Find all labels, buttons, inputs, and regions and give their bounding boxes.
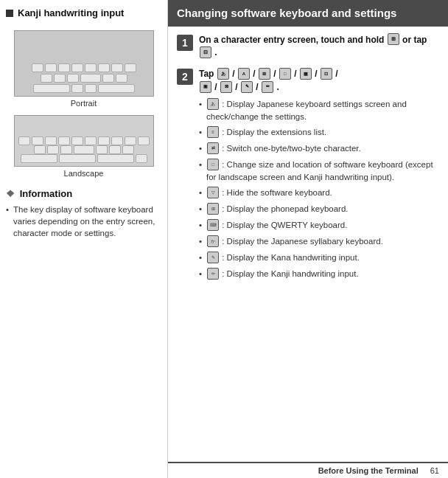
bullet-icon-2: ≡: [207, 126, 219, 138]
kb-key: [96, 145, 108, 154]
kb-key: [136, 154, 147, 163]
bullet-item-3: ⇄ : Switch one-byte/two-byte character.: [199, 142, 439, 155]
step-1-content: On a character entry screen, touch and h…: [199, 34, 439, 60]
footer-page-title: Before Using the Terminal: [318, 466, 419, 475]
bullet-item-6: ⊞ : Display the phonepad keyboard.: [199, 203, 439, 215]
portrait-keyboard-image: [14, 30, 154, 97]
kb-key: [33, 84, 70, 93]
kb-key: [71, 63, 83, 72]
right-header: Changing software keyboard and settings: [168, 0, 448, 27]
bullet-item-2: ≡ : Display the extensions list.: [199, 126, 439, 139]
kb-key: [32, 136, 43, 145]
bullet-item-1: あ : Display Japanese keyboard settings s…: [199, 98, 439, 122]
kb-key: [109, 145, 121, 154]
kb-key: [125, 136, 136, 145]
icon-5: ▦: [300, 68, 312, 80]
kb-key: [21, 154, 57, 163]
kb-key: [116, 74, 127, 83]
bullet-icon-8: か: [207, 235, 219, 247]
kb-key: [102, 74, 114, 83]
kb-key: [45, 136, 57, 145]
bullet-icon-1: あ: [207, 98, 219, 110]
kb-key: [67, 74, 79, 83]
icon-9: ✎: [241, 81, 253, 93]
kb-key: [18, 136, 30, 145]
footer-page-number: 61: [430, 466, 439, 475]
info-bullet-item: The key display of software keyboard var…: [6, 204, 161, 239]
bullet-item-4: □ : Change size and location of software…: [199, 159, 439, 183]
info-section: ❖ Information The key display of softwar…: [6, 188, 161, 239]
kb-key: [97, 154, 134, 163]
kb-key: [74, 145, 94, 154]
bullet-icon-10: ✏: [207, 268, 219, 280]
kb-key: [32, 63, 43, 72]
bullet-icon-9: ✎: [207, 252, 219, 263]
kb-key: [58, 63, 70, 72]
icon-8: ⊠: [220, 81, 232, 93]
bullet-icon-4: □: [207, 159, 219, 170]
info-title: ❖ Information: [6, 188, 161, 199]
bullet-icon-5: ▽: [207, 187, 219, 198]
step-1-number: 1: [177, 35, 193, 51]
kb-key: [85, 136, 97, 145]
kb-key: [111, 136, 123, 145]
kb-key: [98, 63, 110, 72]
kb-key: [71, 136, 83, 145]
info-bullet-list: The key display of software keyboard var…: [6, 204, 161, 239]
kb-key: [60, 145, 72, 154]
info-heading-text: Information: [20, 188, 73, 199]
portrait-label: Portrait: [6, 99, 161, 108]
bullet-icon-3: ⇄: [207, 142, 219, 154]
footer-bar: Before Using the Terminal 61: [168, 462, 448, 478]
kb-key: [59, 154, 96, 163]
kb-key: [98, 84, 135, 93]
icon-7: ▣: [200, 81, 211, 93]
square-bullet-icon: [6, 10, 13, 17]
step-1-text: On a character entry screen, touch and h…: [199, 35, 427, 58]
touch-hold-icon: ⊞: [388, 33, 399, 45]
kb-key: [85, 63, 97, 72]
right-header-text: Changing software keyboard and settings: [177, 7, 396, 19]
bullet-item-9: ✎ : Display the Kana handwriting input.: [199, 252, 439, 264]
bullet-icon-6: ⊞: [207, 203, 219, 215]
step-1: 1 On a character entry screen, touch and…: [177, 34, 439, 60]
kb-key: [125, 63, 136, 72]
kb-key: [34, 145, 46, 154]
right-panel: Changing software keyboard and settings …: [168, 0, 448, 478]
kb-key: [98, 136, 110, 145]
bullet-item-5: ▽ : Hide the software keyboard.: [199, 187, 439, 199]
left-title: Kanji handwriting input: [6, 7, 161, 18]
icon-10: ✏: [262, 81, 273, 93]
kb-key: [80, 74, 101, 83]
kb-key: [58, 136, 70, 145]
kb-key: [41, 74, 52, 83]
left-panel: Kanji handwriting input: [0, 0, 168, 478]
kb-key: [45, 63, 57, 72]
step-2-number: 2: [177, 69, 193, 85]
step-2-content: Tap あ / A / ⊞ / □ / ▦ / ⊡ / ▣ / ⊠ / ✎ / …: [199, 68, 439, 280]
kb-key: [85, 84, 97, 93]
step-2-bullets: あ : Display Japanese keyboard settings s…: [199, 98, 439, 280]
step-2: 2 Tap あ / A / ⊞ / □ / ▦ / ⊡ / ▣ / ⊠ / ✎ …: [177, 68, 439, 280]
bullet-item-7: ⌨ : Display the QWERTY keyboard.: [199, 219, 439, 232]
icon-4: □: [279, 68, 291, 80]
kb-key: [71, 84, 83, 93]
landscape-label: Landscape: [6, 169, 161, 178]
bullet-item-10: ✏ : Display the Kanji handwriting input.: [199, 268, 439, 280]
portrait-keyboard-container: Portrait: [6, 30, 161, 108]
kb-key: [47, 145, 59, 154]
kb-key: [111, 63, 123, 72]
left-title-text: Kanji handwriting input: [18, 7, 124, 18]
icon-1: あ: [217, 68, 229, 80]
right-content: 1 On a character entry screen, touch and…: [168, 27, 448, 463]
kb-key: [138, 136, 150, 145]
icon-6: ⊡: [321, 68, 332, 80]
tap-icon: ⊟: [200, 46, 211, 58]
icon-2: A: [238, 68, 250, 80]
landscape-keyboard-container: Landscape: [6, 115, 161, 178]
kb-key: [122, 145, 134, 154]
icon-3: ⊞: [259, 68, 270, 80]
step-2-text: Tap あ / A / ⊞ / □ / ▦ / ⊡ / ▣ / ⊠ / ✎ / …: [199, 69, 338, 91]
kb-key: [54, 74, 66, 83]
landscape-keyboard-image: [14, 115, 154, 167]
